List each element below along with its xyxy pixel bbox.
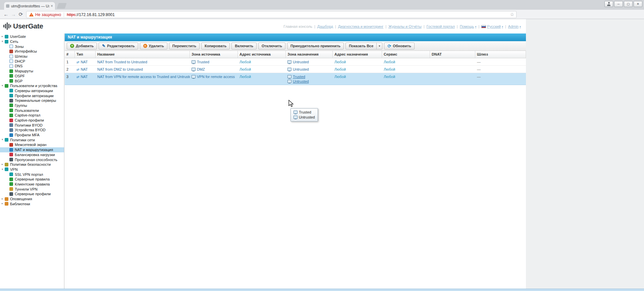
nav-link-language[interactable]: Русский▾ bbox=[481, 24, 503, 28]
sidebar-item-ospf[interactable]: OSPF bbox=[0, 74, 64, 79]
sidebar-item-ssl-vpn-portal[interactable]: SSL VPN портал bbox=[0, 172, 64, 177]
column-header-dnat[interactable]: DNAT bbox=[430, 51, 475, 58]
dropdown-arrow-icon[interactable] bbox=[376, 43, 382, 50]
minimize-button[interactable]: ─ bbox=[614, 1, 623, 7]
column-header-type[interactable]: Тип bbox=[75, 51, 96, 58]
refresh-button[interactable]: Обновить bbox=[384, 43, 414, 50]
sidebar-item-byod-devices[interactable]: Устройства BYOD bbox=[0, 128, 64, 133]
back-button[interactable]: ← bbox=[3, 11, 9, 18]
forward-button[interactable]: → bbox=[10, 11, 17, 18]
sidebar-item-vpn[interactable]: VPN bbox=[0, 167, 64, 172]
zone-line[interactable]: Untrusted bbox=[287, 79, 331, 84]
zone-link[interactable]: DMZ bbox=[197, 67, 205, 71]
tree-expand-icon[interactable] bbox=[1, 34, 4, 39]
sidebar-item-gateways[interactable]: Шлюзы bbox=[0, 54, 64, 59]
column-header-gateway[interactable]: Шлюз bbox=[475, 51, 526, 58]
source-zone-cell[interactable]: VPN for remote access bbox=[190, 73, 238, 85]
sidebar-item-notifications[interactable]: Оповещения bbox=[0, 197, 64, 202]
tree-collapse-icon[interactable] bbox=[1, 137, 4, 142]
sidebar-item-firewall[interactable]: Межсетевой экран bbox=[0, 142, 64, 147]
sidebar-item-network-policies[interactable]: Политики сети bbox=[0, 137, 64, 142]
tree-expand-icon[interactable] bbox=[1, 201, 4, 206]
add-button[interactable]: Добавить bbox=[67, 43, 97, 50]
sidebar-item-terminal-servers[interactable]: Терминальные серверы bbox=[0, 98, 64, 103]
name-cell[interactable]: NAT from DMZ to Untrusted bbox=[96, 66, 190, 73]
sidebar-item-zones[interactable]: Зоны bbox=[0, 44, 64, 49]
source-zone-cell[interactable]: DMZ bbox=[190, 66, 238, 73]
nav-link-admin[interactable]: Admin▾ bbox=[508, 24, 521, 28]
column-header-source-address[interactable]: Адрес источника bbox=[238, 51, 286, 58]
column-header-number[interactable]: # bbox=[65, 51, 75, 58]
bookmark-star-icon[interactable]: ☆ bbox=[510, 12, 514, 17]
sidebar-item-nat-routing[interactable]: NAT и маршрутизация bbox=[0, 147, 64, 152]
tree-expand-icon[interactable] bbox=[1, 197, 4, 202]
destination-zone-cell[interactable]: Untrusted bbox=[286, 66, 333, 73]
sidebar-item-auth-servers[interactable]: Серверы авторизации bbox=[0, 88, 64, 93]
sidebar-item-client-rules[interactable]: Клиентские правила bbox=[0, 182, 64, 187]
sidebar-item-security-policies[interactable]: Политики безопасности bbox=[0, 162, 64, 167]
sidebar-item-server-profiles[interactable]: Серверные профили bbox=[0, 192, 64, 197]
sidebar-item-interfaces[interactable]: Интерфейсы bbox=[0, 49, 64, 54]
security-warning-icon[interactable] bbox=[29, 13, 34, 16]
name-cell[interactable]: NAT from VPN for remote access to Truste… bbox=[96, 73, 190, 85]
zone-link[interactable]: Trusted bbox=[197, 60, 209, 64]
table-row[interactable]: 2 NAT NAT from DMZ to Untrusted DMZ Любо… bbox=[65, 66, 526, 73]
destination-zone-cell[interactable]: Untrusted bbox=[286, 58, 333, 65]
sidebar-item-usergate[interactable]: UserGate bbox=[0, 34, 64, 39]
sidebar-item-groups[interactable]: Группы bbox=[0, 103, 64, 108]
nav-link-diagnostics[interactable]: Диагностика и мониторинг bbox=[338, 24, 383, 28]
rule-name-link[interactable]: NAT from DMZ to Untrusted bbox=[97, 67, 143, 71]
sidebar-item-dns[interactable]: DNS bbox=[0, 64, 64, 69]
profile-button[interactable] bbox=[604, 1, 613, 7]
name-cell[interactable]: NAT from Trusted to Untrusted bbox=[96, 58, 190, 65]
zone-link[interactable]: Untrusted bbox=[293, 79, 309, 83]
enable-button[interactable]: Включить bbox=[231, 43, 257, 50]
sidebar-item-network[interactable]: Сеть bbox=[0, 39, 64, 44]
delete-button[interactable]: Удалить bbox=[140, 43, 167, 50]
sidebar-item-routes[interactable]: Маршруты bbox=[0, 69, 64, 74]
column-header-source-zone[interactable]: Зона источника bbox=[190, 51, 238, 58]
rule-name-link[interactable]: NAT from Trusted to Untrusted bbox=[97, 60, 147, 64]
force-apply-button[interactable]: Принудительно применить bbox=[287, 43, 344, 50]
source-zone-cell[interactable]: Trusted bbox=[190, 58, 238, 65]
column-header-name[interactable]: Название bbox=[96, 51, 190, 58]
nav-link-guest-portal[interactable]: Гостевой портал bbox=[427, 24, 455, 28]
zone-link[interactable]: Untrusted bbox=[293, 67, 309, 71]
address-bar[interactable]: Не защищено https://172.16.81.129:8001 ☆ bbox=[26, 11, 517, 18]
nav-link-logs-reports[interactable]: Журналы и Отчёты bbox=[388, 24, 422, 28]
copy-button[interactable]: Копировать bbox=[201, 43, 230, 50]
sidebar-item-byod-policies[interactable]: Политики BYOD bbox=[0, 123, 64, 128]
tab-close-icon[interactable]: × bbox=[51, 4, 53, 8]
tree-collapse-icon[interactable] bbox=[1, 167, 4, 172]
zone-link[interactable]: Trusted bbox=[293, 75, 305, 79]
sidebar-item-users-devices[interactable]: Пользователи и устройства bbox=[0, 83, 64, 88]
column-header-service[interactable]: Сервис bbox=[382, 51, 430, 58]
security-warning-label[interactable]: Не защищено bbox=[35, 12, 61, 17]
zone-link[interactable]: VPN for remote access bbox=[197, 75, 235, 79]
column-header-destination-zone[interactable]: Зона назначения bbox=[286, 51, 333, 58]
table-row[interactable]: 1 NAT NAT from Trusted to Untrusted Trus… bbox=[65, 58, 526, 66]
sidebar-item-vpn-tunnels[interactable]: Туннели VPN bbox=[0, 187, 64, 192]
rule-name-link[interactable]: NAT from VPN for remote access to Truste… bbox=[97, 75, 190, 79]
disable-button[interactable]: Отключить bbox=[258, 43, 285, 50]
sidebar-item-bandwidth[interactable]: Пропускная способность bbox=[0, 157, 64, 162]
tree-collapse-icon[interactable] bbox=[1, 39, 4, 44]
table-row-selected[interactable]: 3 NAT NAT from VPN for remote access to … bbox=[65, 73, 526, 85]
sidebar-item-captive-portal[interactable]: Captive-портал bbox=[0, 113, 64, 118]
sidebar-item-libraries[interactable]: Библиотеки bbox=[0, 201, 64, 206]
zone-link[interactable]: Untrusted bbox=[293, 60, 309, 64]
sidebar-item-server-rules[interactable]: Серверные правила bbox=[0, 177, 64, 182]
column-header-destination-address[interactable]: Адрес назначения bbox=[333, 51, 382, 58]
sidebar-item-auth-profiles[interactable]: Профили авторизации bbox=[0, 93, 64, 98]
move-button[interactable]: Переместить bbox=[169, 43, 200, 50]
edit-button[interactable]: Редактировать bbox=[99, 43, 138, 50]
nav-link-dashboard[interactable]: Дашборд bbox=[317, 24, 333, 28]
sidebar-item-users[interactable]: Пользователи bbox=[0, 108, 64, 113]
zone-line[interactable]: Trusted bbox=[287, 74, 331, 79]
sidebar-item-captive-profiles[interactable]: Captive-профили bbox=[0, 118, 64, 123]
reload-button[interactable]: ⟳ bbox=[17, 11, 24, 18]
sidebar-item-bgp[interactable]: BGP bbox=[0, 78, 64, 83]
nav-link-help[interactable]: Помощь▾ bbox=[460, 24, 477, 28]
browser-tab[interactable]: utm@ontestofttes — Us × bbox=[4, 2, 55, 10]
sidebar-item-mfa-profiles[interactable]: Профили MFA bbox=[0, 133, 64, 138]
